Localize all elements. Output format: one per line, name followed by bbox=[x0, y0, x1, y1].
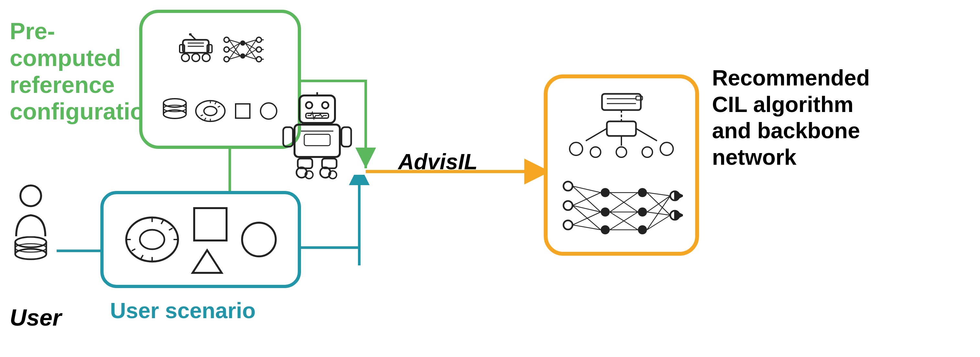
svg-line-128 bbox=[647, 193, 670, 196]
user-shapes bbox=[191, 205, 230, 274]
svg-point-14 bbox=[240, 53, 245, 59]
box-reference bbox=[139, 10, 301, 149]
svg-point-100 bbox=[616, 147, 627, 157]
neural-net-small-icon bbox=[222, 33, 264, 66]
svg-point-47 bbox=[261, 103, 277, 119]
label-precomputed: Pre-computed reference configurations bbox=[10, 18, 146, 125]
svg-rect-57 bbox=[342, 127, 351, 147]
square-user-icon bbox=[191, 205, 230, 244]
svg-line-44 bbox=[205, 118, 206, 120]
svg-point-38 bbox=[196, 100, 225, 121]
svg-rect-94 bbox=[607, 121, 636, 136]
svg-line-82 bbox=[141, 255, 143, 259]
svg-point-101 bbox=[642, 147, 652, 157]
svg-line-41 bbox=[215, 102, 216, 104]
user-database-icon bbox=[13, 236, 49, 265]
svg-line-95 bbox=[586, 129, 607, 141]
svg-point-109 bbox=[638, 188, 647, 197]
user-area bbox=[10, 185, 52, 265]
svg-line-45 bbox=[200, 115, 203, 116]
box-user-scenario bbox=[100, 191, 301, 288]
svg-line-42 bbox=[218, 106, 220, 107]
svg-point-70 bbox=[15, 237, 46, 247]
svg-point-103 bbox=[563, 182, 573, 191]
svg-line-79 bbox=[161, 220, 164, 224]
svg-point-17 bbox=[256, 57, 261, 62]
svg-point-12 bbox=[224, 57, 229, 62]
reference-top-icons bbox=[177, 33, 264, 66]
box-output bbox=[544, 75, 699, 256]
svg-point-51 bbox=[322, 102, 328, 108]
svg-point-3 bbox=[181, 54, 189, 62]
svg-point-69 bbox=[21, 185, 41, 206]
square-small-icon bbox=[233, 101, 253, 121]
svg-point-107 bbox=[601, 207, 610, 217]
svg-rect-55 bbox=[294, 124, 340, 157]
svg-point-4 bbox=[192, 54, 200, 62]
label-user: User bbox=[10, 304, 62, 331]
person-icon bbox=[10, 185, 52, 236]
tape-small-icon bbox=[194, 98, 227, 124]
diagram-container: Pre-computed reference configurations bbox=[0, 0, 980, 357]
robot-small-icon bbox=[177, 33, 215, 66]
blue-connector bbox=[301, 238, 359, 257]
svg-point-11 bbox=[224, 47, 229, 52]
server-tree-icon bbox=[560, 92, 683, 163]
reference-bottom-icons bbox=[162, 96, 278, 126]
svg-point-77 bbox=[140, 230, 164, 249]
svg-line-80 bbox=[169, 228, 172, 230]
svg-point-88 bbox=[242, 223, 276, 257]
neural-net-large-icon bbox=[560, 173, 683, 238]
svg-point-112 bbox=[670, 191, 679, 200]
svg-point-104 bbox=[563, 201, 573, 210]
svg-marker-87 bbox=[192, 250, 222, 273]
svg-line-133 bbox=[647, 215, 670, 230]
robot-area bbox=[282, 92, 353, 183]
robot-icon bbox=[282, 92, 353, 183]
blue-up-arrow bbox=[346, 175, 372, 265]
svg-point-5 bbox=[202, 54, 210, 62]
svg-point-108 bbox=[601, 225, 610, 234]
svg-point-10 bbox=[224, 37, 229, 42]
svg-line-119 bbox=[573, 212, 601, 225]
svg-point-113 bbox=[670, 211, 679, 220]
label-user-scenario: User scenario bbox=[110, 298, 256, 323]
svg-rect-46 bbox=[235, 104, 250, 118]
circle-user-icon bbox=[240, 220, 278, 259]
svg-point-111 bbox=[638, 225, 647, 234]
svg-rect-49 bbox=[299, 96, 335, 123]
label-recommended: Recommended CIL algorithm and backbone n… bbox=[712, 65, 955, 170]
precomputed-line1: Pre-computed bbox=[10, 18, 121, 71]
svg-line-130 bbox=[647, 196, 670, 212]
precomputed-line2: reference bbox=[10, 72, 115, 98]
svg-point-15 bbox=[256, 37, 261, 42]
svg-point-105 bbox=[563, 220, 573, 230]
svg-rect-59 bbox=[304, 134, 330, 146]
svg-point-50 bbox=[306, 102, 312, 108]
svg-line-96 bbox=[636, 129, 657, 141]
svg-line-83 bbox=[132, 249, 135, 251]
svg-point-110 bbox=[638, 207, 647, 217]
database-small-icon bbox=[162, 96, 188, 126]
svg-rect-89 bbox=[602, 94, 641, 110]
svg-point-16 bbox=[256, 47, 261, 52]
svg-rect-86 bbox=[194, 208, 227, 241]
svg-point-13 bbox=[240, 40, 245, 46]
circle-small-icon bbox=[259, 101, 278, 121]
tape-large-icon bbox=[123, 214, 181, 265]
svg-point-39 bbox=[204, 107, 217, 116]
svg-point-99 bbox=[590, 147, 601, 157]
svg-rect-56 bbox=[283, 127, 293, 147]
svg-point-102 bbox=[660, 142, 673, 155]
user-to-scenario-line bbox=[57, 248, 103, 254]
svg-point-76 bbox=[126, 217, 178, 261]
svg-line-116 bbox=[573, 193, 601, 206]
triangle-user-icon bbox=[191, 249, 223, 274]
label-advisil: AdvisIL bbox=[398, 149, 478, 174]
svg-line-114 bbox=[573, 186, 601, 193]
svg-point-106 bbox=[601, 188, 610, 197]
svg-point-98 bbox=[570, 142, 582, 155]
